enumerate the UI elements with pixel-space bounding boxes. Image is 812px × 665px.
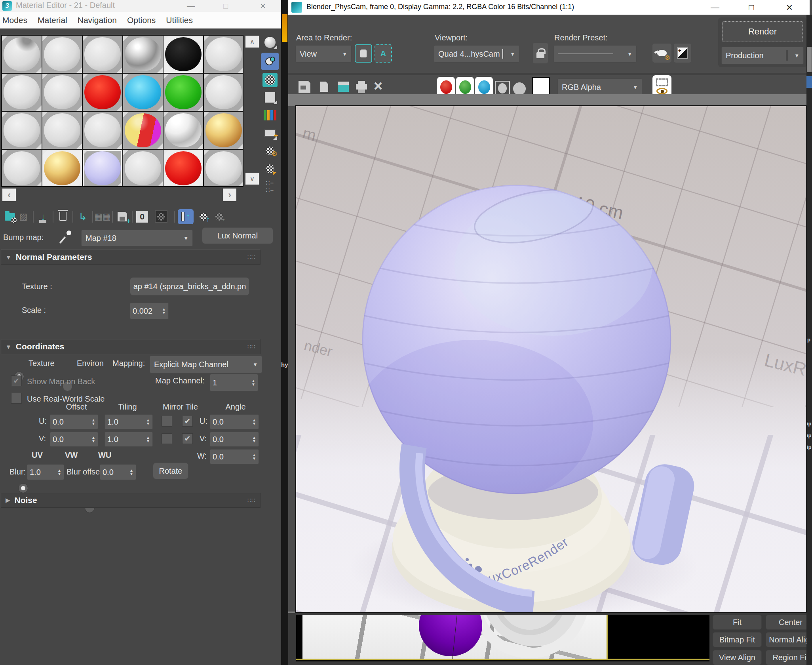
rendered-image: m LuxRender 10 cm LuxR nder [295, 105, 807, 613]
edit-region-icon[interactable] [355, 44, 372, 63]
viewport-black-area [608, 615, 709, 660]
viewport-bottom-border [296, 659, 709, 660]
lock-viewport-button[interactable] [533, 43, 548, 63]
render-setup-icon[interactable]: ⚙ [652, 44, 671, 63]
copy-image-icon[interactable] [316, 78, 333, 96]
normal-align-button[interactable]: Normal Align [766, 632, 812, 647]
region-fit-button[interactable]: Region Fit [766, 650, 812, 665]
clone-rendered-frame-icon[interactable] [335, 78, 352, 96]
screen: hy 3 Material Editor - 21 - Default — □ … [0, 0, 812, 665]
scrollbar-fragment[interactable] [807, 47, 812, 72]
background-viewport-strip [296, 615, 709, 661]
text-fragment: p [807, 337, 810, 343]
render-preset-dropdown[interactable]: ▼ [553, 45, 637, 63]
flip-label-fragment: ip [807, 421, 812, 427]
dd-divider [786, 50, 788, 61]
view-align-button[interactable]: View Align [713, 650, 762, 665]
3dsmax-icon [291, 2, 302, 13]
minimize-button[interactable]: — [707, 2, 723, 13]
overlay-toggle-icon[interactable] [652, 75, 671, 97]
alpha-channel-button[interactable] [513, 82, 526, 95]
selection-fragment [806, 76, 812, 88]
clear-image-icon[interactable]: × [370, 76, 386, 96]
flip-label-fragment: ip [807, 444, 812, 450]
center-button[interactable]: Center [766, 615, 812, 630]
flip-label-fragment: ip [807, 433, 812, 438]
channel-display-value: RGB Alpha [562, 83, 601, 92]
render-window-title: Blender_PhysCam, frame 0, Display Gamma:… [306, 3, 574, 11]
render-button[interactable]: Render [722, 21, 803, 42]
area-to-render-dropdown[interactable]: View▼ [295, 45, 352, 63]
material-sample-slot[interactable] [83, 150, 122, 187]
text-cursor [502, 49, 503, 59]
render-preset-label: Render Preset: [554, 33, 608, 42]
monochrome-channel-button[interactable] [495, 81, 510, 96]
render-scene: m LuxRender 10 cm LuxR nder [296, 106, 806, 612]
render-type-value: Production [726, 51, 764, 60]
exposure-control-icon[interactable]: + [674, 44, 691, 63]
render-frame-window: Blender_PhysCam, frame 0, Display Gamma:… [0, 0, 812, 665]
area-to-render-value: View [300, 50, 317, 59]
save-image-icon[interactable] [296, 78, 313, 96]
area-to-render-label: Area to Render: [296, 33, 352, 42]
lock-icon [536, 52, 544, 58]
bitmap-fit-button[interactable]: Bitmap Fit [713, 632, 762, 647]
auto-region-icon[interactable]: A [375, 44, 392, 63]
maximize-button[interactable]: □ [744, 2, 759, 13]
close-button[interactable]: × [781, 2, 798, 13]
viewport-value: Quad 4...hysCam [438, 50, 500, 59]
background-right-edge: p ip ip ip [806, 15, 812, 665]
toolbar-divider [288, 73, 812, 75]
channel-display-dropdown[interactable]: RGB Alpha▼ [557, 78, 642, 96]
viewport-dropdown[interactable]: Quad 4...hysCam ▼ [434, 45, 519, 63]
material-sphere-preview [84, 151, 121, 185]
print-image-icon[interactable] [353, 78, 370, 96]
viewport-label: Viewport: [435, 33, 468, 42]
frame-margin [288, 94, 806, 106]
fit-button[interactable]: Fit [713, 615, 762, 630]
render-type-dropdown[interactable]: Production ▼ [721, 47, 804, 64]
preset-separator-line [558, 53, 613, 54]
